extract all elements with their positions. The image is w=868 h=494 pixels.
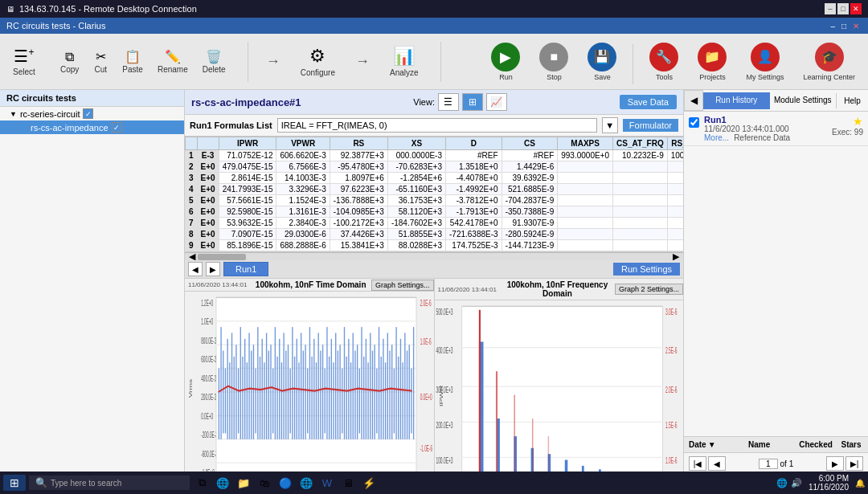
cell-xs[interactable]: -70.6283E+3: [387, 161, 445, 173]
save-button[interactable]: 💾 Save: [581, 39, 623, 84]
app-close-btn[interactable]: ✕: [850, 21, 862, 31]
cell-maxps[interactable]: 993.0000E+0: [558, 150, 613, 161]
delete-button[interactable]: 🗑️ Delete: [197, 45, 231, 78]
tray-network[interactable]: 🌐: [776, 478, 788, 488]
taskbar-edge2[interactable]: 🌐: [297, 474, 315, 492]
taskbar-taskview[interactable]: ⧉: [193, 474, 211, 492]
tools-button[interactable]: 🔧 Tools: [643, 39, 685, 84]
cell-rs[interactable]: 92.3877E+3: [330, 150, 387, 161]
cell-xs[interactable]: 000.0000E-3: [387, 150, 445, 161]
cell-cs[interactable]: 39.6392E-9: [502, 173, 558, 184]
close-button[interactable]: ✕: [850, 3, 862, 14]
cell-cs_at_frq[interactable]: [613, 195, 668, 206]
cell-rs_at_frq[interactable]: [667, 161, 683, 173]
cell-vpwr[interactable]: 1.1524E-3: [276, 195, 330, 206]
view-chart-button[interactable]: 📈: [486, 93, 507, 111]
right-panel-back-btn[interactable]: ◀: [684, 90, 703, 111]
formulator-button[interactable]: Formulator: [623, 119, 678, 132]
view-list-button[interactable]: ☰: [438, 93, 459, 111]
cell-xs[interactable]: 51.8855E+3: [387, 229, 445, 240]
cell-cs_at_frq[interactable]: [613, 240, 668, 251]
rename-button[interactable]: ✏️ Rename: [152, 45, 194, 78]
cell-rs_at_frq[interactable]: [667, 240, 683, 251]
cell-maxps[interactable]: [558, 173, 613, 184]
page-input[interactable]: [759, 459, 778, 469]
cell-cs_at_frq[interactable]: [613, 206, 668, 218]
notification-btn[interactable]: 🔔: [855, 479, 865, 488]
copy-button[interactable]: ⧉ Copy: [55, 46, 84, 78]
tab-run1[interactable]: Run1: [223, 262, 268, 276]
cell-rs_at_frq[interactable]: [667, 195, 683, 206]
cell-d[interactable]: -4.4078E+0: [446, 173, 502, 184]
cell-vpwr[interactable]: 14.1003E-3: [276, 173, 330, 184]
cell-rs_at_frq[interactable]: [667, 218, 683, 229]
save-data-button[interactable]: Save Data: [620, 95, 677, 109]
horizontal-scrollbar[interactable]: ◀ ▶: [185, 252, 683, 260]
cell-rs_at_frq[interactable]: [667, 184, 683, 195]
cell-rs[interactable]: 97.6223E+3: [330, 184, 387, 195]
run-entry-checkbox[interactable]: [689, 117, 699, 128]
cell-xs[interactable]: 58.1120E+3: [387, 206, 445, 218]
formula-input[interactable]: [277, 118, 597, 133]
prev-page-btn[interactable]: ◀: [708, 456, 726, 471]
cell-d[interactable]: -1.4992E+0: [446, 184, 502, 195]
cell-cs[interactable]: -704.2837E-9: [502, 195, 558, 206]
cell-rs[interactable]: -95.4780E+3: [330, 161, 387, 173]
taskbar-rdp[interactable]: 🖥: [339, 474, 357, 492]
cell-ipwr[interactable]: 57.5661E-15: [219, 195, 276, 206]
cell-cs[interactable]: -280.5924E-9: [502, 229, 558, 240]
cell-xs[interactable]: -184.7602E+3: [387, 218, 445, 229]
view-table-button[interactable]: ⊞: [462, 93, 483, 111]
cell-vpwr[interactable]: 6.7566E-3: [276, 161, 330, 173]
tab-run-history[interactable]: Run History: [703, 92, 770, 109]
tab-next-btn[interactable]: ▶: [206, 262, 220, 276]
tab-prev-btn[interactable]: ◀: [188, 262, 203, 276]
cell-rs[interactable]: 1.8097E+6: [330, 173, 387, 184]
cell-ipwr[interactable]: 71.0752E-12: [219, 150, 276, 161]
cell-vpwr[interactable]: 688.2888E-6: [276, 240, 330, 251]
cell-maxps[interactable]: [558, 184, 613, 195]
cell-cs[interactable]: -350.7388E-9: [502, 206, 558, 218]
right-chart-settings-btn[interactable]: Graph 2 Settings...: [615, 284, 683, 295]
tab-module-settings[interactable]: Module Settings: [770, 92, 837, 109]
cell-cs[interactable]: #REF: [502, 150, 558, 161]
configure-button[interactable]: ⚙ Configure: [295, 42, 341, 81]
cell-d[interactable]: -1.7913E+0: [446, 206, 502, 218]
cell-rs[interactable]: -136.7888E+3: [330, 195, 387, 206]
cell-xs[interactable]: 88.0288E+3: [387, 240, 445, 251]
cell-vpwr[interactable]: 3.3296E-3: [276, 184, 330, 195]
cell-cs_at_frq[interactable]: [613, 173, 668, 184]
cell-d[interactable]: 542.4178E+0: [446, 218, 502, 229]
cell-ipwr[interactable]: 53.9632E-15: [219, 218, 276, 229]
cell-ipwr[interactable]: 92.5980E-15: [219, 206, 276, 218]
taskbar-word[interactable]: W: [318, 474, 336, 492]
cell-rs[interactable]: -104.0985E+3: [330, 206, 387, 218]
cell-xs[interactable]: 36.1753E+3: [387, 195, 445, 206]
cell-maxps[interactable]: [558, 218, 613, 229]
cell-d[interactable]: -3.7812E+0: [446, 195, 502, 206]
cell-cs[interactable]: 521.6885E-9: [502, 184, 558, 195]
sidebar-item-rc-series-circuit[interactable]: ▼ rc-series-circuit ✓: [0, 107, 184, 120]
run-settings-button[interactable]: Run Settings: [613, 263, 680, 276]
stop-button[interactable]: ■ Stop: [533, 39, 575, 84]
sidebar-item-rs-cs-ac-impedance[interactable]: rs-cs-ac-impedance ✓: [0, 120, 184, 134]
cell-cs_at_frq[interactable]: [613, 161, 668, 173]
maximize-button[interactable]: □: [837, 3, 849, 14]
cell-d[interactable]: #REF: [446, 150, 502, 161]
cell-cs[interactable]: 91.9307E-9: [502, 218, 558, 229]
cell-ipwr[interactable]: 7.0907E-15: [219, 229, 276, 240]
taskbar-clarius[interactable]: ⚡: [360, 474, 378, 492]
cell-xs[interactable]: -1.2854E+6: [387, 173, 445, 184]
my-settings-button[interactable]: 👤 My Settings: [739, 39, 790, 84]
cell-ipwr[interactable]: 85.1896E-15: [219, 240, 276, 251]
cell-d[interactable]: -721.6388E-3: [446, 229, 502, 240]
projects-button[interactable]: 📁 Projects: [691, 39, 733, 84]
app-min-btn[interactable]: –: [828, 21, 837, 31]
cell-cs[interactable]: -144.7123E-9: [502, 240, 558, 251]
paste-button[interactable]: 📋 Paste: [117, 45, 149, 78]
cell-vpwr[interactable]: 1.3161E-3: [276, 206, 330, 218]
cell-rs_at_frq[interactable]: [667, 173, 683, 184]
cell-cs_at_frq[interactable]: 10.2232E-9: [613, 150, 668, 161]
taskbar-search[interactable]: 🔍 Type here to search: [29, 476, 190, 490]
cell-d[interactable]: 174.7525E-3: [446, 240, 502, 251]
